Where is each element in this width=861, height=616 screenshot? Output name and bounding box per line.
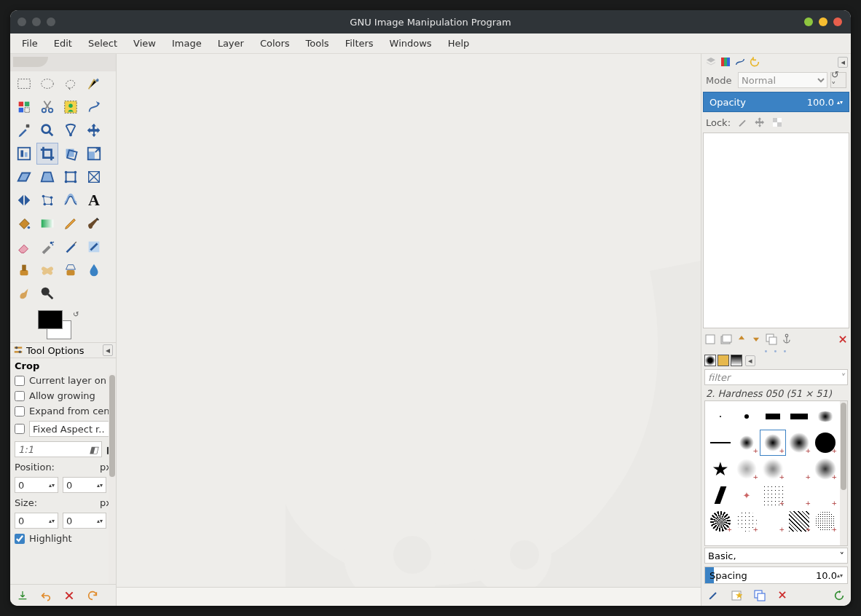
duplicate-layer-icon[interactable] [766, 333, 777, 345]
brush-item[interactable]: + [813, 509, 838, 534]
tool-unified-transform[interactable] [60, 166, 82, 188]
brush-item[interactable]: ★ [708, 457, 733, 481]
tool-smudge[interactable] [13, 283, 35, 304]
brush-item[interactable]: + [708, 509, 733, 534]
new-layer-group-icon[interactable] [720, 333, 732, 345]
opt-expand-from-center[interactable]: Expand from cen [15, 406, 111, 416]
menu-image[interactable]: Image [165, 35, 209, 52]
fgbg-colors[interactable]: ↺ [10, 309, 116, 342]
spacing-slider[interactable]: Spacing 10.0▴▾ [704, 566, 848, 584]
brush-item[interactable]: + [734, 430, 759, 455]
tool-options-tab[interactable]: Tool Options ◂ [10, 342, 116, 358]
tool-shear[interactable] [13, 166, 35, 188]
brush-item[interactable]: + [787, 430, 811, 455]
undo-history-tab-icon[interactable] [748, 55, 761, 68]
tool-measure[interactable] [60, 119, 82, 141]
canvas-area[interactable] [117, 54, 701, 606]
opacity-slider[interactable]: Opacity 100.0▴▾ [703, 92, 849, 112]
brush-preset-combo[interactable]: Basic,˅ [704, 548, 848, 564]
reset-icon[interactable] [86, 589, 99, 602]
brush-item[interactable] [708, 483, 733, 508]
tool-bucket-fill[interactable] [13, 213, 35, 234]
tool-mypaint-brush[interactable] [83, 236, 105, 258]
size-w-input[interactable]: 0▴▾ [15, 513, 58, 529]
tool-perspective-clone[interactable] [60, 259, 82, 281]
tool-zoom[interactable] [36, 119, 58, 141]
fixed-aspect-combo[interactable]: Fixed Aspect r.. [29, 421, 111, 437]
brushes-grid[interactable]: + + + + ★ + + + + ✦ + + + + + + [704, 400, 848, 546]
tool-free-select[interactable] [60, 73, 82, 95]
save-preset-icon[interactable] [16, 589, 29, 602]
tool-paths[interactable] [83, 96, 105, 118]
lock-alpha-icon[interactable] [771, 117, 783, 128]
minimize-button[interactable] [804, 17, 813, 26]
tool-text[interactable]: A [83, 189, 105, 211]
menu-help[interactable]: Help [441, 35, 477, 52]
anchor-layer-icon[interactable] [782, 333, 792, 345]
lock-position-icon[interactable] [754, 117, 766, 128]
maximize-button[interactable] [819, 17, 827, 26]
tool-fuzzy-select[interactable] [83, 73, 105, 95]
menu-colors[interactable]: Colors [253, 35, 297, 52]
new-brush-icon[interactable]: ★ [731, 590, 742, 601]
tool-heal[interactable] [36, 259, 58, 281]
paths-tab-icon[interactable] [734, 55, 747, 68]
undo-icon[interactable] [39, 589, 52, 602]
brush-item[interactable]: + [787, 509, 811, 534]
brush-item[interactable] [813, 404, 838, 429]
brush-item[interactable] [708, 430, 733, 455]
menu-layer[interactable]: Layer [211, 35, 251, 52]
layers-tab-icon[interactable] [704, 55, 718, 68]
tool-move[interactable] [83, 119, 105, 141]
tool-options-menu-icon[interactable]: ◂ [103, 344, 113, 356]
brushes-scrollbar[interactable] [840, 401, 847, 545]
brush-item-selected[interactable]: + [760, 430, 785, 455]
channels-tab-icon[interactable] [719, 55, 732, 68]
brushes-tab-icon[interactable] [704, 355, 716, 366]
layers-dock-menu-icon[interactable]: ◂ [838, 57, 848, 68]
tool-blur-sharpen[interactable] [83, 259, 105, 281]
tool-align[interactable] [13, 143, 35, 165]
brush-item[interactable] [760, 404, 785, 429]
size-h-input[interactable]: 0▴▾ [63, 513, 106, 529]
mode-combo[interactable]: Normal [738, 72, 827, 88]
brush-item[interactable]: + [813, 483, 838, 508]
tool-dodge-burn[interactable] [36, 283, 58, 304]
delete-layer-icon[interactable] [838, 334, 848, 344]
tool-warp[interactable] [60, 189, 82, 211]
patterns-tab-icon[interactable] [718, 355, 729, 366]
mode-reset-icon[interactable]: ↺ ˅ [830, 72, 846, 88]
menu-filters[interactable]: Filters [338, 35, 381, 52]
new-layer-icon[interactable] [704, 333, 716, 345]
tool-options-scrollbar[interactable] [109, 374, 116, 584]
close-button[interactable] [833, 17, 842, 26]
tool-scale[interactable] [83, 143, 105, 165]
opt-fixed-aspect[interactable] [15, 424, 25, 434]
swap-colors-icon[interactable]: ↺ [73, 310, 79, 318]
brush-item[interactable]: + [760, 483, 785, 508]
brush-item[interactable]: + [734, 457, 759, 481]
tool-ellipse-select[interactable] [36, 73, 58, 95]
brush-item[interactable]: ✦ [734, 483, 759, 508]
brush-filter-input[interactable]: filter˅ [704, 369, 848, 385]
tool-eraser[interactable] [13, 236, 35, 258]
brush-item[interactable]: + [760, 509, 785, 534]
tool-crop[interactable] [36, 143, 58, 165]
tool-foreground-select[interactable] [60, 96, 82, 118]
brush-item[interactable]: + [787, 457, 811, 481]
opt-allow-growing[interactable]: Allow growing [15, 390, 111, 401]
tool-blend[interactable] [36, 213, 58, 234]
brush-item[interactable] [787, 404, 811, 429]
brush-item[interactable]: + [813, 430, 838, 455]
opt-current-layer-only[interactable]: Current layer on [15, 375, 111, 386]
menu-edit[interactable]: Edit [47, 35, 79, 52]
position-y-input[interactable]: 0▴▾ [63, 477, 106, 493]
tool-paintbrush[interactable] [83, 213, 105, 234]
menu-tools[interactable]: Tools [299, 35, 337, 52]
raise-layer-icon[interactable] [736, 333, 747, 345]
brush-item[interactable]: + [787, 483, 811, 508]
lock-pixels-icon[interactable] [736, 117, 748, 128]
delete-icon[interactable] [63, 589, 76, 602]
foreground-color-swatch[interactable] [38, 310, 63, 329]
brush-item[interactable]: + [813, 457, 838, 481]
